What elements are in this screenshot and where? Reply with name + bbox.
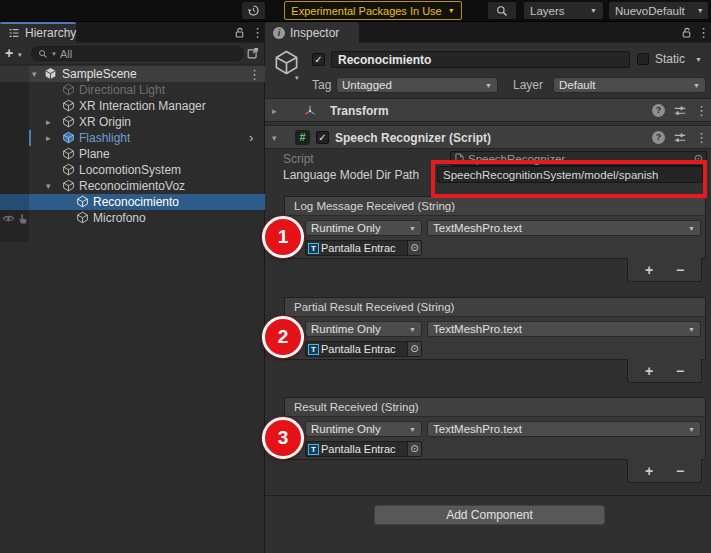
remove-event-button[interactable]: − <box>670 464 690 478</box>
search-filter-icon <box>38 49 48 59</box>
annotation-circle-1: 1 <box>262 216 304 258</box>
event-mode-dropdown[interactable]: Runtime Only ▼ <box>305 220 422 236</box>
prefab-open-chevron-icon[interactable]: › <box>249 130 253 146</box>
hierarchy-row-directional-light[interactable]: Directional Light <box>0 82 265 98</box>
object-picker-icon[interactable]: ⊙ <box>407 442 421 456</box>
remove-event-button[interactable]: − <box>670 263 690 277</box>
static-flags-caret-icon[interactable]: ▼ <box>695 56 702 63</box>
hierarchy-row-flashlight[interactable]: ▸ Flashlight › <box>0 130 265 146</box>
event-target-object-field[interactable]: T Pantalla Entrac ⊙ <box>305 341 422 357</box>
hierarchy-row-reconocimientovoz[interactable]: ▾ ReconocimientoVoz <box>0 178 265 194</box>
hierarchy-row-microfono[interactable]: Microfono <box>0 210 265 226</box>
chevron-down-icon: ▼ <box>590 7 597 14</box>
add-component-button[interactable]: Add Component <box>374 505 605 525</box>
gameobject-icon <box>76 195 89 208</box>
gameobject-name-field[interactable]: Reconocimiento <box>331 51 630 68</box>
hierarchy-row-samplescene[interactable]: ▾ SampleScene ⋮ <box>0 66 265 82</box>
remove-event-button[interactable]: − <box>670 364 690 378</box>
panel-menu-icon[interactable]: ⋮ <box>697 26 707 39</box>
add-event-button[interactable]: + <box>639 263 659 277</box>
search-icon <box>496 5 508 17</box>
tab-inspector[interactable]: i Inspector <box>265 22 359 43</box>
object-picker-icon[interactable]: ⊙ <box>407 241 421 255</box>
language-model-dir-path-label: Language Model Dir Path <box>283 168 419 182</box>
presets-icon[interactable] <box>673 104 687 118</box>
expand-icon[interactable]: ▸ <box>46 130 51 146</box>
gameobject-enabled-checkbox[interactable]: ✓ <box>312 53 325 66</box>
transform-component-header[interactable]: ▸ Transform ? ⋮ <box>265 98 711 122</box>
chevron-down-icon: ▼ <box>409 225 416 232</box>
chevron-down-icon: ▼ <box>448 7 455 14</box>
hierarchy-search-input[interactable]: ▼ All <box>31 46 244 61</box>
hierarchy-row-locomotionsystem[interactable]: LocomotionSystem <box>0 162 265 178</box>
presets-icon[interactable] <box>673 131 687 145</box>
expand-icon[interactable]: ▾ <box>46 178 51 194</box>
event-box-log-message-received: Log Message Received (String) = Runtime … <box>284 196 706 259</box>
inspector-tabbar: i Inspector ⋮ <box>265 22 711 43</box>
gameobject-icon <box>62 115 75 128</box>
event-function-value: TextMeshPro.text <box>433 423 684 435</box>
panel-menu-icon[interactable]: ⋮ <box>251 26 261 39</box>
event-target-object-field[interactable]: T Pantalla Entrac ⊙ <box>305 441 422 457</box>
gameobject-name: Plane <box>79 146 110 162</box>
search-button[interactable] <box>488 2 516 19</box>
event-function-dropdown[interactable]: TextMeshPro.text ▼ <box>427 321 701 337</box>
event-mode-dropdown[interactable]: Runtime Only ▼ <box>305 421 422 437</box>
lock-icon[interactable] <box>680 26 693 39</box>
layer-dropdown[interactable]: Default ▼ <box>553 77 706 93</box>
add-event-button[interactable]: + <box>639 464 659 478</box>
event-function-dropdown[interactable]: TextMeshPro.text ▼ <box>427 220 701 236</box>
foldout-icon[interactable]: ▾ <box>272 133 277 143</box>
event-list-footer: + − <box>627 459 702 483</box>
transform-title: Transform <box>330 99 389 123</box>
hierarchy-row-xr-origin[interactable]: ▸ XR Origin <box>0 114 265 130</box>
scene-visibility-eye-icon[interactable] <box>2 212 15 225</box>
create-object-button[interactable]: + <box>5 45 13 61</box>
scene-name: SampleScene <box>62 66 137 82</box>
gameobject-name: ReconocimientoVoz <box>79 178 185 194</box>
hierarchy-row-reconocimiento-selected[interactable]: Reconocimiento <box>0 194 265 210</box>
event-mode-dropdown[interactable]: Runtime Only ▼ <box>305 321 422 337</box>
gameobject-name: Reconocimiento <box>93 194 179 210</box>
annotation-highlight-rectangle <box>431 160 707 198</box>
gameobject-name: Microfono <box>93 210 146 226</box>
hierarchy-row-xr-interaction-manager[interactable]: XR Interaction Manager <box>0 98 265 114</box>
add-component-label: Add Component <box>446 508 533 522</box>
component-menu-icon[interactable]: ⋮ <box>695 131 705 144</box>
gameobject-icon <box>76 211 89 224</box>
help-icon[interactable]: ? <box>652 131 665 144</box>
expand-icon[interactable]: ▾ <box>32 66 37 82</box>
scene-pickability-hand-icon[interactable] <box>16 212 29 225</box>
hierarchy-row-plane[interactable]: Plane <box>0 146 265 162</box>
scene-menu-icon[interactable]: ⋮ <box>248 68 258 81</box>
event-function-dropdown[interactable]: TextMeshPro.text ▼ <box>427 421 701 437</box>
event-target-object-field[interactable]: T Pantalla Entrac ⊙ <box>305 240 422 256</box>
popout-icon[interactable] <box>246 46 260 60</box>
speech-recognizer-component-header[interactable]: ▾ # ✓ Speech Recognizer (Script) ? ⋮ <box>265 125 711 149</box>
component-enabled-checkbox[interactable]: ✓ <box>316 131 329 144</box>
event-mode-value: Runtime Only <box>311 423 405 435</box>
search-placeholder-text: All <box>60 48 72 60</box>
tab-inspector-label: Inspector <box>290 26 339 40</box>
help-icon[interactable]: ? <box>652 104 665 117</box>
layout-dropdown[interactable]: NuevoDefault ▼ <box>609 2 708 19</box>
foldout-icon[interactable]: ▸ <box>272 106 277 116</box>
static-checkbox[interactable] <box>637 53 649 65</box>
experimental-packages-button[interactable]: Experimental Packages In Use ▼ <box>284 1 462 20</box>
gameobject-cube-icon <box>273 49 300 76</box>
create-object-caret-icon[interactable]: ▾ <box>18 51 22 58</box>
tag-dropdown[interactable]: Untagged ▼ <box>336 77 498 93</box>
layer-label: Layer <box>513 78 543 92</box>
undo-history-button[interactable] <box>242 2 265 19</box>
add-event-button[interactable]: + <box>639 364 659 378</box>
event-title: Partial Result Received (String) <box>285 298 705 317</box>
expand-icon[interactable]: ▸ <box>46 114 51 130</box>
component-menu-icon[interactable]: ⋮ <box>695 104 705 117</box>
icon-picker-caret[interactable]: ▾ <box>295 74 299 81</box>
layers-dropdown[interactable]: Layers ▼ <box>524 2 603 19</box>
hierarchy-tree: ▾ SampleScene ⋮ Directional Light XR In <box>0 66 265 248</box>
lock-icon[interactable] <box>233 26 246 39</box>
tab-hierarchy[interactable]: Hierarchy <box>0 22 76 43</box>
annotation-number: 2 <box>278 326 289 348</box>
object-picker-icon[interactable]: ⊙ <box>407 342 421 356</box>
